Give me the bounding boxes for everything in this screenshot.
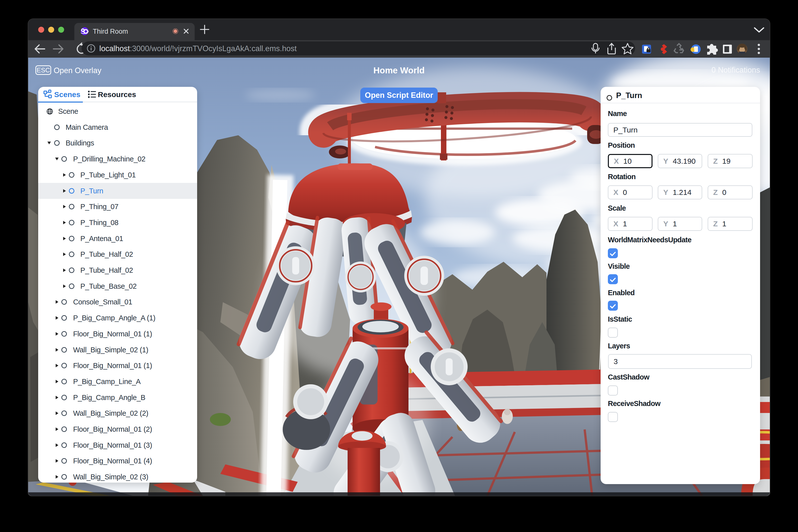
svg-text:localhost:3000/world/!vjrzmTVO: localhost:3000/world/!vjrzmTVOcyIsLgaAkA… <box>99 44 297 53</box>
svg-text:Third Room: Third Room <box>93 28 128 35</box>
